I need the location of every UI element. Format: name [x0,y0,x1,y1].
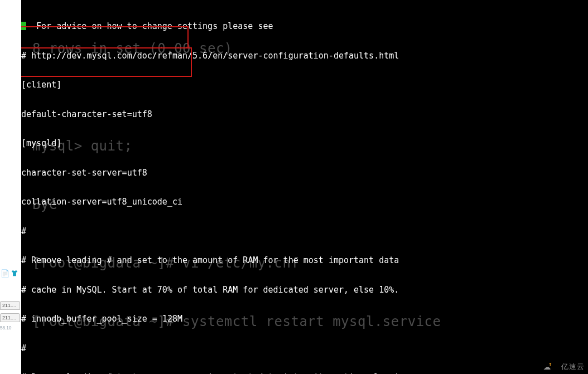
cloud-icon: ↑ [543,362,559,372]
watermark-text: 亿速云 [561,362,585,372]
editor-line: # [21,344,588,354]
cursor-block [21,22,26,30]
editor-line: # Remove leading # and set to the amount… [21,256,588,266]
editor-line: character-set-server=utf8 [21,168,588,178]
left-sidebar: 📄 211.... 211.... 56.10 [0,0,21,374]
editor-line: # http://dev.mysql.com/doc/refman/5.6/en… [21,51,588,61]
shirt-icon[interactable] [11,269,18,277]
editor-line: # innodb_buffer_pool_size = 128M [21,314,588,324]
editor-line: # [21,227,588,237]
editor-line: collation-server=utf8_unicode_ci [21,197,588,207]
editor-line: For advice on how to change settings ple… [21,22,588,32]
grid-icon[interactable] [20,269,28,277]
editor-line: [client] [21,80,588,90]
session-tab-2[interactable]: 211.... [0,313,20,322]
watermark: ↑ 亿速云 [543,362,585,372]
editor-line: default-character-set=utf8 [21,110,588,120]
document-icon[interactable]: 📄 [1,269,9,277]
editor-line: # cache in MySQL. Start at 70% of total … [21,285,588,295]
foreground-editor[interactable]: For advice on how to change settings ple… [21,0,588,374]
sidebar-toolbar: 📄 [0,269,31,278]
session-tab-1[interactable]: 211.... [0,301,20,310]
sidebar-ip-label: 56.10 [0,325,11,331]
editor-line: [mysqld] [21,139,588,149]
